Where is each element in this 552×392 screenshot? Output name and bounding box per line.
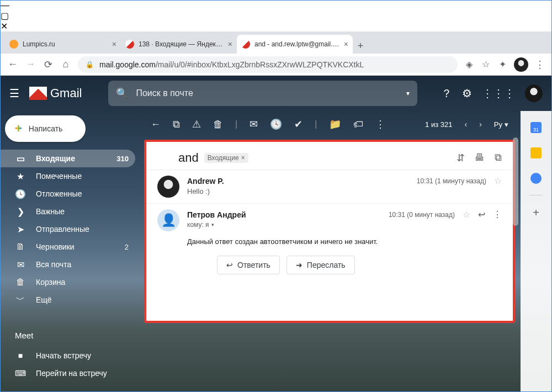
sidebar-item-important[interactable]: ❯ Важные [1,203,135,220]
sidebar-item-label: Вся почта [36,260,129,269]
star-icon[interactable]: ☆ [463,209,470,220]
account-avatar[interactable] [525,84,543,102]
sidebar-item-starred[interactable]: ★ Помеченные [1,167,135,185]
expand-collapse-icon[interactable]: ⇵ [457,152,465,164]
message-timestamp: 10:31 (0 минут назад) [389,211,455,219]
reply-icon[interactable]: ↩ [478,209,485,220]
calendar-icon[interactable]: 31 [530,122,542,133]
inbox-icon: ▭ [15,153,26,164]
tasks-icon[interactable] [530,173,542,184]
main-scrollbar[interactable] [511,137,520,392]
sidebar-item-sent[interactable]: ➤ Отправленные [1,220,135,238]
remove-label-icon[interactable]: × [241,154,245,162]
delete-icon[interactable]: 🗑 [213,119,223,130]
browser-tabstrip: Lumpics.ru × 138 · Входящие — Яндекс.Поч… [1,31,551,54]
browser-tab-active[interactable]: and - and.rew.lptw@gmail.com - × [237,35,353,54]
message-recipient[interactable]: кому: я ▾ [187,221,502,229]
thread-message-collapsed[interactable]: Andrew P. 10:31 (1 минуту назад) ☆ Hello… [146,169,513,203]
support-icon[interactable]: ？ [441,86,452,101]
google-side-panel: 31 + [521,111,551,392]
window-maximize[interactable]: ▢ [1,10,551,21]
back-arrow-icon[interactable]: ← [151,119,161,130]
tab-title: and - and.rew.lptw@gmail.com - [254,40,339,48]
message-counter: 1 из 321 [425,120,452,129]
lock-icon: 🔒 [86,61,94,68]
sidebar-item-trash[interactable]: 🗑 Корзина [1,273,135,291]
message-label-chip[interactable]: Входящие × [204,153,248,163]
browser-menu-icon[interactable]: ⋮ [535,59,545,71]
sidebar-item-label: Черновики [36,242,115,251]
input-lang-button[interactable]: Ру ▾ [494,120,508,129]
more-icon[interactable]: ⋮ [493,209,502,220]
gmail-logo-text: Gmail [50,86,82,100]
sidebar-item-snoozed[interactable]: 🕓 Отложенные [1,185,135,203]
tab-title: 138 · Входящие — Яндекс.Почта [139,40,224,48]
sent-icon: ➤ [15,224,26,235]
sidebar-item-more[interactable]: ﹀ Ещё [1,291,135,309]
main-menu-icon[interactable]: ☰ [9,87,23,100]
sidebar-item-allmail[interactable]: ✉ Вся почта [1,256,135,273]
search-box[interactable]: 🔍 ▾ [108,81,417,106]
nav-home-icon[interactable]: ⌂ [60,59,71,70]
close-icon[interactable]: × [344,40,348,49]
browser-tab[interactable]: Lumpics.ru × [5,35,121,54]
sender-avatar: 👤 [157,209,179,231]
keyboard-icon: ⌨ [15,369,26,378]
gmail-logo[interactable]: Gmail [29,86,82,100]
clock-icon: 🕓 [15,189,26,199]
markunread-icon[interactable]: ✉ [250,118,258,130]
extensions-puzzle-icon[interactable]: ✦ [497,60,507,70]
star-icon[interactable]: ☆ [494,176,502,186]
moveto-icon[interactable]: 📁 [329,118,341,130]
sidebar-item-drafts[interactable]: 🗎 Черновики 2 [1,238,135,256]
forward-button[interactable]: ➜ Переслать [286,256,355,274]
more-icon[interactable]: ⋮ [375,118,385,130]
print-icon[interactable]: 🖶 [475,152,485,164]
window-close[interactable]: ✕ [1,21,551,31]
mail-icon: ✉ [15,259,26,270]
addtask-icon[interactable]: ✔ [294,118,302,130]
add-addon-icon[interactable]: + [533,206,539,219]
url-path: /mail/u/0/#inbox/KtbxLxgZbrnbRssxZXrwWLZ… [156,60,364,69]
sidebar-item-label: Важные [36,207,129,216]
close-icon[interactable]: × [228,40,232,49]
meet-join-button[interactable]: ⌨ Перейти на встречу [15,364,137,382]
bookmark-star-icon[interactable]: ☆ [481,60,491,70]
address-bar[interactable]: 🔒 mail.google.com/mail/u/0/#inbox/KtbxLx… [78,56,458,73]
snooze-icon[interactable]: 🕓 [270,118,282,130]
plus-icon: + [15,121,22,136]
prev-message-icon[interactable]: ‹ [464,120,467,129]
message-area: ← ⧉ ⚠ 🗑 | ✉ 🕓 ✔ | 📁 🏷 ⋮ 1 из 321 ‹ › Ру … [142,111,517,392]
nav-reload-icon[interactable]: ⟳ [43,59,54,70]
sidebar-item-label: Входящие [36,154,107,163]
message-snippet: Hello :) [187,187,502,195]
sidebar-item-label: Помеченные [36,172,129,181]
archive-icon[interactable]: ⧉ [173,119,180,130]
meet-start-button[interactable]: ■ Начать встречу [15,347,137,364]
search-input[interactable] [136,88,399,98]
spam-icon[interactable]: ⚠ [192,118,201,130]
search-icon: 🔍 [116,87,128,99]
keep-icon[interactable] [530,147,542,158]
compose-button[interactable]: + Написать [5,115,86,142]
sender-name: Andrew P. [187,177,224,186]
nav-back-icon[interactable]: ← [7,59,18,70]
sidebar-item-label: Отправленные [36,225,129,234]
browser-tab[interactable]: 138 · Входящие — Яндекс.Почта × [121,35,237,54]
new-tab-button[interactable]: + [353,38,368,54]
extension-icon[interactable]: ◈ [464,60,474,70]
close-icon[interactable]: × [112,40,116,49]
settings-gear-icon[interactable]: ⚙ [462,87,472,100]
sidebar-item-inbox[interactable]: ▭ Входящие 310 [1,150,135,167]
window-minimize[interactable]: — [1,1,551,10]
compose-label: Написать [29,124,62,133]
message-subject: and [178,151,199,165]
profile-avatar[interactable] [514,57,528,72]
labels-icon[interactable]: 🏷 [353,119,363,130]
sidebar-item-count: 2 [125,243,129,251]
reply-button[interactable]: ↩ Ответить [217,256,280,274]
search-options-icon[interactable]: ▾ [406,89,410,97]
apps-grid-icon[interactable]: ⋮⋮⋮ [482,87,515,100]
open-new-window-icon[interactable]: ⧉ [495,152,502,164]
next-message-icon[interactable]: › [479,120,482,129]
